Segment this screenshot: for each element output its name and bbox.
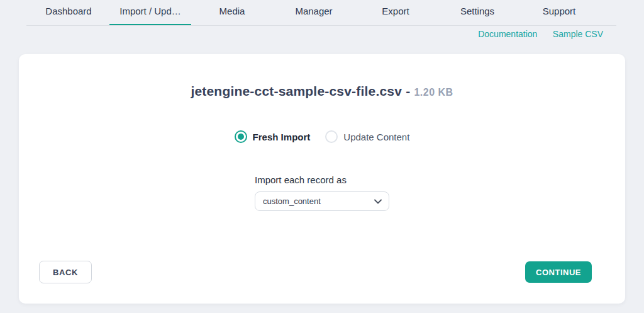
- record-type-block: Import each record as custom_content: [255, 174, 389, 211]
- sample-csv-link[interactable]: Sample CSV: [553, 29, 603, 39]
- tab-dashboard[interactable]: Dashboard: [28, 0, 109, 26]
- back-button[interactable]: BACK: [39, 261, 92, 283]
- record-type-select[interactable]: custom_content: [255, 191, 389, 211]
- tab-export[interactable]: Export: [355, 0, 436, 26]
- record-type-label: Import each record as: [255, 174, 389, 185]
- tabbar-divider: [26, 25, 616, 26]
- top-nav: Dashboard Import / Upd… Media Manager Ex…: [0, 0, 644, 26]
- tab-media[interactable]: Media: [191, 0, 273, 26]
- import-card: jetengine-cct-sample-csv-file.csv - 1.20…: [19, 54, 625, 304]
- radio-update-content-label: Update Content: [343, 132, 409, 142]
- radio-selected-icon: [235, 130, 247, 143]
- file-heading: jetengine-cct-sample-csv-file.csv - 1.20…: [19, 54, 625, 99]
- import-mode-group: Fresh Import Update Content: [19, 130, 625, 143]
- tab-settings[interactable]: Settings: [436, 0, 518, 26]
- documentation-link[interactable]: Documentation: [478, 29, 537, 39]
- file-size: 1.20 KB: [414, 87, 453, 98]
- continue-button[interactable]: CONTINUE: [525, 261, 592, 283]
- radio-unselected-icon: [325, 130, 338, 143]
- tab-list: Dashboard Import / Upd… Media Manager Ex…: [28, 0, 600, 26]
- radio-fresh-import[interactable]: Fresh Import: [235, 130, 311, 143]
- tab-import-update[interactable]: Import / Upd…: [109, 0, 191, 26]
- file-name: jetengine-cct-sample-csv-file.csv: [191, 84, 402, 98]
- radio-update-content[interactable]: Update Content: [325, 130, 409, 143]
- file-separator: -: [406, 84, 410, 98]
- record-type-select-wrap: custom_content: [255, 191, 389, 211]
- radio-fresh-import-label: Fresh Import: [253, 132, 311, 142]
- tab-manager[interactable]: Manager: [273, 0, 355, 26]
- tab-support[interactable]: Support: [518, 0, 600, 26]
- helper-links: Documentation Sample CSV: [0, 28, 644, 39]
